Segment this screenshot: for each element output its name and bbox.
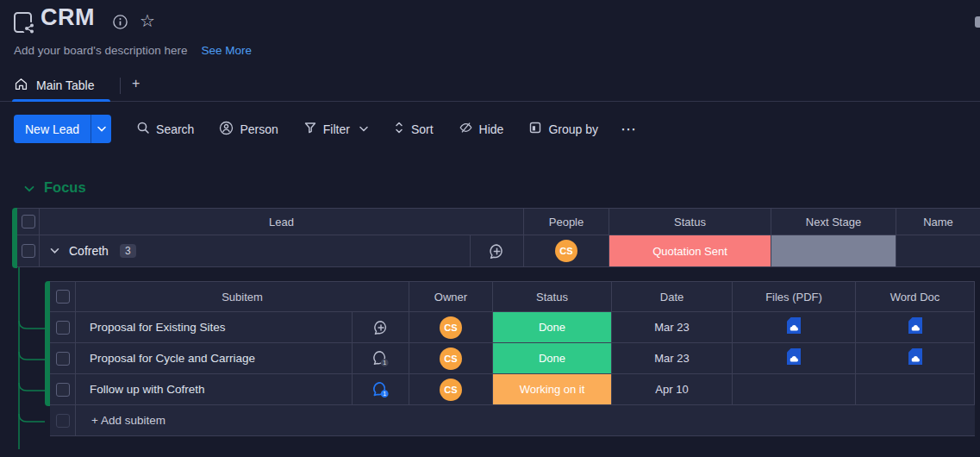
people-cell[interactable]: CS	[524, 235, 609, 267]
subitem-conversation-cell[interactable]	[353, 312, 409, 343]
subitem-name-cell[interactable]: Proposal for Cycle and Carriage	[76, 343, 353, 374]
filter-chevron-down-icon[interactable]	[359, 126, 368, 132]
status-label[interactable]: Quotation Sent	[609, 235, 771, 266]
column-header-word-doc[interactable]: Word Doc	[856, 281, 975, 312]
add-subitem-button[interactable]: + Add subitem	[76, 405, 975, 436]
column-header-people[interactable]: People	[524, 208, 609, 235]
status-label[interactable]: Done	[493, 343, 611, 373]
files-pdf-cell[interactable]	[733, 312, 856, 343]
file-icon[interactable]	[908, 317, 922, 337]
column-header-next-stage[interactable]: Next Stage	[771, 208, 896, 235]
sort-icon	[393, 121, 405, 137]
filter-icon	[303, 121, 317, 137]
owner-cell[interactable]: CS	[409, 374, 493, 405]
next-stage-empty-label[interactable]	[771, 235, 896, 266]
column-header-name[interactable]: Name	[896, 208, 980, 235]
lead-name-cell[interactable]: Cofreth 3	[40, 235, 471, 267]
conversation-unread-icon[interactable]: 1	[371, 380, 390, 398]
add-conversation-cell[interactable]	[471, 235, 524, 267]
name-cell-empty[interactable]	[896, 235, 980, 267]
date-cell[interactable]: Apr 10	[612, 374, 733, 405]
files-pdf-cell[interactable]	[733, 343, 856, 374]
subitem-name-cell[interactable]: Proposal for Existing Sites	[76, 312, 353, 343]
filter-button[interactable]: Filter	[303, 121, 368, 137]
add-conversation-icon[interactable]	[372, 319, 390, 336]
subitem-checkbox[interactable]	[56, 321, 70, 335]
sort-button[interactable]: Sort	[393, 121, 434, 137]
new-lead-dropdown-button[interactable]	[91, 115, 111, 143]
select-all-checkbox-cell	[17, 208, 40, 235]
new-lead-button[interactable]: New Lead	[14, 115, 91, 143]
home-icon	[14, 77, 28, 94]
word-doc-cell[interactable]	[856, 343, 975, 374]
subitem-status-cell[interactable]: Done	[493, 343, 612, 374]
file-icon[interactable]	[787, 317, 801, 337]
info-icon[interactable]	[112, 14, 128, 34]
group-by-icon	[528, 121, 542, 137]
owner-cell[interactable]: CS	[409, 312, 493, 343]
date-cell[interactable]: Mar 23	[612, 312, 733, 343]
row-checkbox[interactable]	[22, 244, 35, 258]
status-label[interactable]: Working on it	[493, 374, 611, 404]
avatar[interactable]: CS	[440, 379, 462, 401]
hide-button[interactable]: Hide	[459, 121, 504, 137]
file-icon[interactable]	[787, 348, 801, 368]
column-header-files-pdf[interactable]: Files (PDF)	[733, 281, 856, 312]
column-header-subitem-status[interactable]: Status	[493, 281, 612, 312]
subitem-conversation-cell[interactable]: 1	[353, 343, 409, 374]
more-options-button[interactable]: ⋯	[621, 120, 637, 139]
svg-text:1: 1	[383, 360, 386, 366]
word-doc-cell[interactable]	[856, 312, 975, 343]
board-description[interactable]: Add your board's description here	[14, 44, 187, 57]
avatar[interactable]: CS	[440, 316, 462, 339]
word-doc-cell[interactable]	[856, 374, 975, 405]
subitem-checkbox[interactable]	[56, 352, 70, 366]
partial-edge-element	[975, 16, 980, 28]
group-collapse-chevron-icon[interactable]	[24, 180, 34, 196]
person-filter-button[interactable]: Person	[219, 121, 278, 138]
status-cell[interactable]: Quotation Sent	[609, 235, 771, 267]
board-type-icon	[11, 9, 37, 39]
lead-name: Cofreth	[69, 244, 109, 258]
date-cell[interactable]: Mar 23	[612, 343, 733, 374]
tab-separator	[120, 78, 121, 94]
tab-bar: Main Table +	[0, 70, 980, 102]
column-header-lead[interactable]: Lead	[40, 208, 524, 235]
add-subitem-checkbox	[56, 414, 70, 428]
avatar[interactable]: CS	[555, 240, 577, 262]
add-tab-button[interactable]: +	[132, 76, 140, 91]
subitem-conversation-cell[interactable]: 1	[353, 374, 409, 405]
subitems-table: Subitem Owner Status Date Files (PDF) Wo…	[50, 281, 975, 436]
avatar[interactable]: CS	[440, 347, 462, 370]
active-tab-underline	[12, 99, 110, 102]
favorite-star-icon[interactable]: ☆	[140, 10, 155, 31]
search-button[interactable]: Search	[136, 121, 194, 137]
column-header-owner[interactable]: Owner	[409, 281, 493, 312]
file-icon[interactable]	[908, 348, 922, 368]
select-all-checkbox[interactable]	[22, 215, 35, 228]
crm-board-page: CRM ☆ Add your board's description here …	[0, 0, 980, 457]
add-conversation-icon[interactable]	[488, 242, 506, 260]
subitem-checkbox[interactable]	[56, 383, 70, 397]
expand-chevron-icon[interactable]	[50, 247, 59, 254]
status-label[interactable]: Done	[493, 312, 611, 342]
tab-main-table[interactable]: Main Table	[14, 70, 94, 101]
conversation-icon[interactable]: 1	[371, 349, 390, 367]
subitem-status-cell[interactable]: Working on it	[493, 374, 612, 405]
column-header-date[interactable]: Date	[612, 281, 733, 312]
group-header-focus[interactable]: Focus	[24, 179, 86, 196]
subitem-name-cell[interactable]: Follow up with Cofreth	[76, 374, 353, 405]
person-icon	[219, 121, 234, 138]
subitem-row-checkbox-cell	[50, 312, 76, 343]
files-pdf-cell[interactable]	[733, 374, 856, 405]
owner-cell[interactable]: CS	[409, 343, 493, 374]
page-title: CRM	[41, 4, 95, 31]
subitems-select-all-checkbox[interactable]	[56, 290, 70, 304]
column-header-status[interactable]: Status	[609, 208, 771, 235]
see-more-link[interactable]: See More	[201, 44, 252, 57]
column-header-subitem[interactable]: Subitem	[76, 281, 409, 312]
subitems-select-all-cell	[50, 281, 76, 312]
group-by-button[interactable]: Group by	[528, 121, 598, 137]
subitem-status-cell[interactable]: Done	[493, 312, 612, 343]
next-stage-cell[interactable]	[771, 235, 896, 267]
